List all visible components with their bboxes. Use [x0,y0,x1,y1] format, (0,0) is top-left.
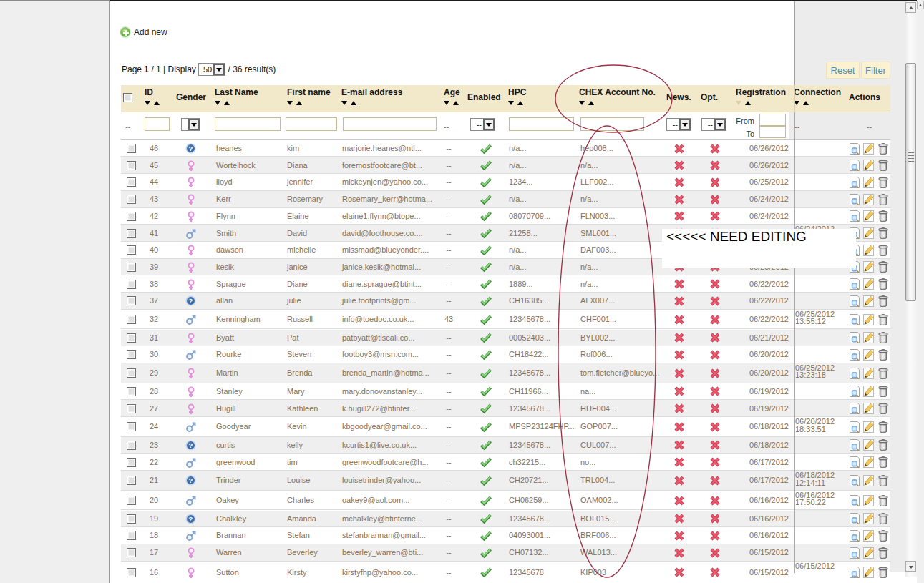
svg-text:?: ? [189,515,193,523]
svg-text:?: ? [189,441,193,449]
svg-text:?: ? [189,297,193,305]
svg-text:?: ? [189,144,193,152]
svg-text:?: ? [189,476,193,484]
